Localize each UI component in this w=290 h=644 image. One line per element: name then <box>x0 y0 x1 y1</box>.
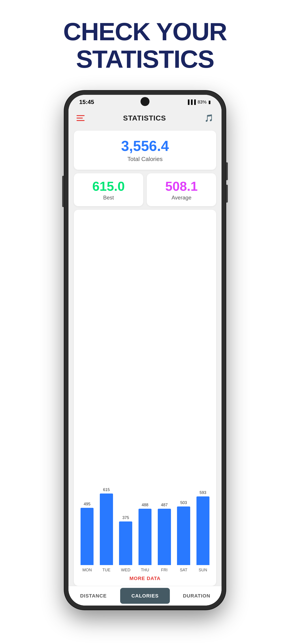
best-card: 615.0 Best <box>74 173 143 206</box>
bar-label-sun: SUN <box>199 568 207 572</box>
bar-value-tue: 615 <box>103 488 110 492</box>
bar-wed <box>119 522 132 565</box>
best-value: 615.0 <box>79 179 138 194</box>
battery-text: 83% <box>198 100 206 105</box>
headline: CHECK YOUR STATISTICS <box>63 0 227 73</box>
phone-screen: 15:45 ▐▐▐ 83% ▮ STATISTICS 🎵 <box>69 95 221 606</box>
bar-group-sun: 593SUN <box>193 215 213 572</box>
camera-notch <box>141 97 149 106</box>
signal-icon: ▐▐▐ <box>186 100 196 105</box>
average-value: 508.1 <box>152 179 211 194</box>
bar-tue <box>100 494 113 565</box>
more-data-button[interactable]: MORE DATA <box>77 572 213 582</box>
bar-value-sun: 593 <box>200 490 206 495</box>
tab-duration[interactable]: DURATION <box>172 586 221 606</box>
bar-chart: 495MON615TUE375WED488THU487FRI503SAT593S… <box>77 215 213 572</box>
page-title: STATISTICS <box>123 114 166 122</box>
headline-line2: STATISTICS <box>63 46 227 73</box>
bar-fri <box>158 509 171 565</box>
menu-button[interactable] <box>77 115 85 121</box>
volume-down-button[interactable] <box>226 185 228 202</box>
bar-thu <box>139 509 152 565</box>
phone-mockup: 15:45 ▐▐▐ 83% ▮ STATISTICS 🎵 <box>65 91 225 610</box>
menu-line-3 <box>77 120 85 121</box>
bar-group-tue: 615TUE <box>97 215 116 572</box>
volume-up-button[interactable] <box>226 162 228 180</box>
bar-label-fri: FRI <box>161 568 168 572</box>
bar-value-fri: 487 <box>161 503 168 507</box>
bar-sat <box>177 506 190 565</box>
status-bar: 15:45 ▐▐▐ 83% ▮ <box>69 95 221 109</box>
average-label: Average <box>152 194 211 201</box>
app-content: STATISTICS 🎵 3,556.4 Total Calories 615.… <box>69 109 221 606</box>
bar-group-mon: 495MON <box>77 215 97 572</box>
bar-label-wed: WED <box>121 568 130 572</box>
bar-value-thu: 488 <box>142 503 148 507</box>
battery-icon: ▮ <box>208 99 211 105</box>
status-icons: ▐▐▐ 83% ▮ <box>186 99 211 105</box>
menu-line-2 <box>77 118 83 118</box>
bar-label-thu: THU <box>141 568 149 572</box>
best-label: Best <box>79 194 138 201</box>
bar-value-wed: 375 <box>122 516 129 520</box>
top-nav: STATISTICS 🎵 <box>69 109 221 127</box>
bar-group-wed: 375WED <box>116 215 135 572</box>
bar-label-tue: TUE <box>102 568 110 572</box>
total-calories-card: 3,556.4 Total Calories <box>74 130 216 170</box>
bar-group-fri: 487FRI <box>155 215 174 572</box>
best-average-row: 615.0 Best 508.1 Average <box>74 173 216 206</box>
bar-sun <box>196 496 210 565</box>
bar-group-sat: 503SAT <box>174 215 193 572</box>
chart-card: 495MON615TUE375WED488THU487FRI503SAT593S… <box>74 210 216 586</box>
bar-mon <box>81 508 94 565</box>
tab-distance[interactable]: DISTANCE <box>69 586 118 606</box>
menu-line-1 <box>77 115 85 116</box>
bar-label-mon: MON <box>82 568 92 572</box>
status-time: 15:45 <box>79 98 94 106</box>
tab-bar: DISTANCE CALORIES DURATION <box>69 586 221 606</box>
bar-group-thu: 488THU <box>135 215 155 572</box>
average-card: 508.1 Average <box>147 173 216 206</box>
bar-label-sat: SAT <box>180 568 187 572</box>
music-icon[interactable]: 🎵 <box>204 114 213 122</box>
power-button[interactable] <box>62 176 64 207</box>
total-calories-value: 3,556.4 <box>79 138 211 154</box>
headline-line1: CHECK YOUR <box>63 18 227 46</box>
bar-value-sat: 503 <box>180 500 187 505</box>
stats-area: 3,556.4 Total Calories 615.0 Best 508.1 … <box>69 127 221 586</box>
bar-value-mon: 495 <box>84 502 90 506</box>
tab-calories[interactable]: CALORIES <box>120 588 170 604</box>
total-calories-label: Total Calories <box>79 156 211 162</box>
